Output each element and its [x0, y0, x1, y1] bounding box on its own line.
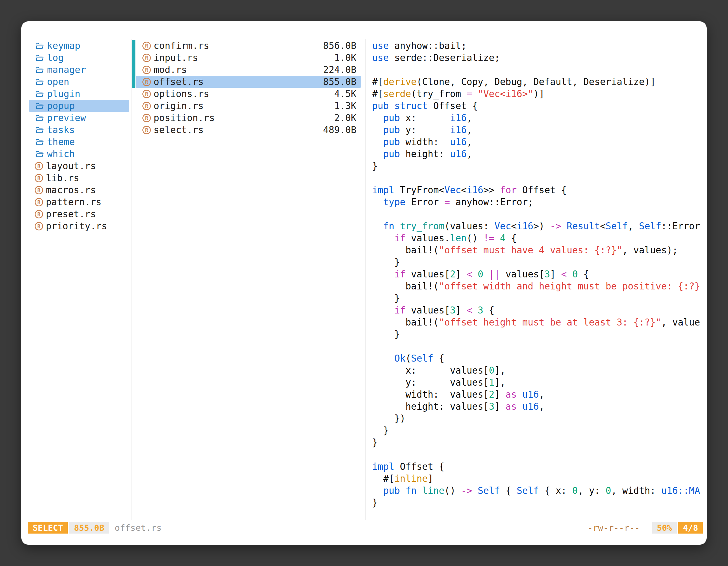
file-size: 856.0B — [323, 40, 356, 51]
file-row-select.rs[interactable]: Rselect.rs489.0B — [136, 124, 361, 136]
rust-file-icon: R — [35, 162, 43, 170]
file-name: origin.rs — [154, 100, 204, 111]
file-size: 489.0B — [323, 125, 356, 135]
sidebar-item-label: popup — [47, 100, 75, 111]
code-line: } — [372, 160, 707, 172]
code-line: use serde::Deserialize; — [372, 52, 707, 64]
code-line — [372, 340, 707, 352]
file-name: select.rs — [154, 125, 204, 135]
code-line: pub x: i16, — [372, 112, 707, 124]
sidebar-item-label: open — [47, 76, 69, 87]
code-line: }) — [372, 412, 707, 424]
sidebar-item-label: preset.rs — [46, 209, 96, 220]
code-line: #[derive(Clone, Copy, Debug, Default, De… — [372, 76, 707, 88]
file-row-offset.rs[interactable]: Roffset.rs855.0B — [136, 76, 361, 88]
file-manager-window: keymaplogmanageropenpluginpopuppreviewta… — [21, 21, 707, 545]
status-filename: offset.rs — [115, 523, 162, 533]
preview-pane: use anyhow::bail;use serde::Deserialize;… — [366, 39, 707, 520]
sidebar-item-label: keymap — [47, 40, 80, 51]
open-folder-icon — [35, 89, 44, 99]
code-line: pub height: u16, — [372, 148, 707, 160]
size-badge: 855.0B — [69, 522, 109, 534]
code-line: impl Offset { — [372, 461, 707, 473]
file-list: Rconfirm.rs856.0BRinput.rs1.0KRmod.rs224… — [136, 40, 361, 136]
position-badge: 4/8 — [678, 522, 703, 534]
sidebar-item-label: plugin — [47, 88, 80, 99]
code-line: x: values[0], — [372, 364, 707, 376]
file-row-position.rs[interactable]: Rposition.rs2.0K — [136, 112, 361, 124]
file-row-confirm.rs[interactable]: Rconfirm.rs856.0B — [136, 40, 361, 52]
code-line: pub width: u16, — [372, 136, 707, 148]
file-row-mod.rs[interactable]: Rmod.rs224.0B — [136, 64, 361, 76]
file-size: 2.0K — [334, 112, 356, 123]
open-folder-icon — [35, 137, 44, 147]
panes-container: keymaplogmanageropenpluginpopuppreviewta… — [21, 21, 707, 520]
file-size: 224.0B — [323, 64, 356, 75]
code-line: y: values[1], — [372, 376, 707, 388]
open-folder-icon — [35, 41, 44, 51]
sidebar-item-label: log — [47, 52, 64, 63]
code-line: #[serde(try_from = "Vec<i16>")] — [372, 88, 707, 100]
code-line: impl TryFrom<Vec<i16>> for Offset { — [372, 184, 707, 196]
rust-file-icon: R — [142, 66, 151, 74]
sidebar-item-priority.rs[interactable]: Rpriority.rs — [29, 220, 129, 232]
sidebar-item-preset.rs[interactable]: Rpreset.rs — [29, 208, 129, 220]
sidebar-item-pattern.rs[interactable]: Rpattern.rs — [29, 196, 129, 208]
file-name: confirm.rs — [154, 40, 209, 51]
sidebar-item-open[interactable]: open — [29, 76, 129, 88]
percent-badge: 50% — [652, 522, 677, 534]
file-row-input.rs[interactable]: Rinput.rs1.0K — [136, 52, 361, 64]
code-line — [372, 448, 707, 461]
rust-file-icon: R — [35, 210, 43, 219]
code-line: #[inline] — [372, 473, 707, 485]
sidebar-item-log[interactable]: log — [29, 52, 129, 64]
sidebar-item-layout.rs[interactable]: Rlayout.rs — [29, 160, 129, 172]
sidebar-item-lib.rs[interactable]: Rlib.rs — [29, 172, 129, 184]
rust-file-icon: R — [142, 78, 151, 86]
code-line: if values[3] < 3 { — [372, 304, 707, 316]
file-size: 855.0B — [323, 76, 356, 87]
sidebar-item-popup[interactable]: popup — [29, 100, 129, 112]
code-preview: use anyhow::bail;use serde::Deserialize;… — [372, 40, 707, 509]
file-row-options.rs[interactable]: Roptions.rs4.5K — [136, 88, 361, 100]
code-line: bail!("offset height must be at least 3:… — [372, 316, 707, 328]
file-size: 1.0K — [334, 52, 356, 63]
code-line: if values.len() != 4 { — [372, 232, 707, 244]
parent-directory-pane: keymaplogmanageropenpluginpopuppreviewta… — [21, 39, 132, 520]
rust-file-icon: R — [142, 102, 151, 110]
sidebar-item-manager[interactable]: manager — [29, 64, 129, 76]
code-line: pub y: i16, — [372, 124, 707, 136]
sidebar-item-plugin[interactable]: plugin — [29, 88, 129, 100]
code-line — [372, 172, 707, 184]
rust-file-icon: R — [142, 42, 151, 50]
rust-file-icon: R — [142, 54, 151, 62]
sidebar-item-macros.rs[interactable]: Rmacros.rs — [29, 184, 129, 196]
code-line: } — [372, 436, 707, 448]
code-line: } — [372, 292, 707, 304]
code-line: bail!("offset must have 4 values: {:?}",… — [372, 244, 707, 256]
code-line: use anyhow::bail; — [372, 40, 707, 52]
sidebar-item-keymap[interactable]: keymap — [29, 40, 129, 52]
rust-file-icon: R — [35, 174, 43, 182]
sidebar-item-label: lib.rs — [46, 173, 79, 184]
file-list-scrollbar[interactable] — [132, 40, 135, 88]
sidebar-item-which[interactable]: which — [29, 148, 129, 160]
sidebar-item-preview[interactable]: preview — [29, 112, 129, 124]
sidebar-item-label: macros.rs — [46, 185, 96, 196]
file-row-origin.rs[interactable]: Rorigin.rs1.3K — [136, 100, 361, 112]
sidebar-item-label: manager — [47, 64, 86, 75]
sidebar-item-theme[interactable]: theme — [29, 136, 129, 148]
sidebar-list: keymaplogmanageropenpluginpopuppreviewta… — [29, 40, 131, 232]
sidebar-item-label: which — [47, 149, 75, 159]
status-bar: SELECT 855.0B offset.rs -rw-r--r-- 50% 4… — [28, 522, 703, 534]
sidebar-item-label: pattern.rs — [46, 197, 102, 208]
sidebar-item-label: priority.rs — [46, 221, 107, 232]
status-bar-right: -rw-r--r-- 50% 4/8 — [588, 522, 703, 534]
rust-file-icon: R — [142, 114, 151, 122]
permissions-text: -rw-r--r-- — [588, 523, 640, 533]
file-name: position.rs — [154, 112, 215, 123]
rust-file-icon: R — [35, 186, 43, 194]
open-folder-icon — [35, 125, 44, 135]
sidebar-item-tasks[interactable]: tasks — [29, 124, 129, 136]
code-line: } — [372, 497, 707, 509]
